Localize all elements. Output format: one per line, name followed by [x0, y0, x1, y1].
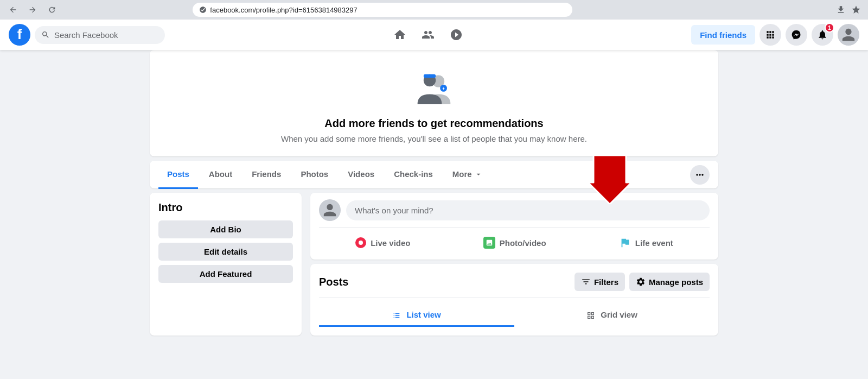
friends-nav-button[interactable]	[415, 22, 441, 48]
add-bio-button[interactable]: Add Bio	[158, 220, 293, 238]
download-ext[interactable]	[834, 3, 847, 16]
banner-title: Add more friends to get recommendations	[158, 117, 710, 130]
tab-photos[interactable]: Photos	[292, 161, 337, 189]
filters-icon	[581, 277, 591, 287]
tab-overflow-button[interactable]	[690, 165, 710, 185]
tab-posts[interactable]: Posts	[158, 161, 198, 189]
photo-video-label: Photo/video	[500, 238, 546, 248]
nav-center	[169, 22, 687, 48]
live-video-icon	[355, 237, 366, 248]
posts-title: Posts	[319, 276, 348, 288]
photo-video-icon	[483, 237, 495, 249]
friend-suggestion-banner: + Add more friends to get recommendation…	[150, 50, 718, 156]
banner-subtitle: When you add some more friends, you'll s…	[158, 134, 710, 143]
facebook-logo[interactable]: f	[9, 24, 30, 46]
find-friends-button[interactable]: Find friends	[691, 25, 755, 45]
view-toggle: List view Grid view	[319, 298, 710, 327]
filters-button[interactable]: Filters	[575, 273, 625, 291]
composer-input[interactable]: What's on your mind?	[346, 200, 710, 220]
live-video-action[interactable]: Live video	[347, 232, 419, 253]
user-avatar-button[interactable]	[838, 24, 859, 46]
nav-right: Find friends 1	[691, 24, 859, 46]
gear-icon	[636, 277, 646, 287]
photo-video-action[interactable]: Photo/video	[475, 232, 555, 253]
profile-tabs: Posts About Friends Photos Videos Check-…	[150, 161, 718, 188]
posts-header: Posts Filters Manage posts	[319, 273, 710, 291]
browser-right-icons	[834, 3, 863, 16]
manage-posts-label: Manage posts	[649, 277, 703, 287]
manage-posts-button[interactable]: Manage posts	[629, 273, 710, 291]
reload-button[interactable]	[44, 2, 60, 17]
life-event-icon	[619, 237, 631, 249]
post-composer: What's on your mind? Live video Photo/vi…	[310, 193, 718, 260]
content-grid: Intro Add Bio Edit details Add Featured …	[150, 193, 718, 336]
page-wrap: + Add more friends to get recommendation…	[0, 0, 868, 379]
search-icon	[41, 30, 50, 39]
tab-friends[interactable]: Friends	[243, 161, 290, 189]
intro-title: Intro	[158, 201, 293, 214]
forward-button[interactable]	[25, 2, 40, 17]
life-event-label: Life event	[635, 238, 673, 248]
posts-header-actions: Filters Manage posts	[575, 273, 710, 291]
star-btn[interactable]	[850, 3, 863, 16]
svg-text:+: +	[442, 86, 445, 91]
notifications-button[interactable]: 1	[812, 24, 833, 46]
svg-rect-2	[424, 74, 436, 78]
tab-videos[interactable]: Videos	[339, 161, 383, 189]
grid-view-icon	[586, 311, 595, 320]
posts-section: Posts Filters Manage posts	[310, 264, 718, 336]
banner-icon: +	[412, 67, 456, 111]
edit-details-button[interactable]: Edit details	[158, 243, 293, 261]
grid-view-tab[interactable]: Grid view	[514, 305, 710, 327]
composer-top: What's on your mind?	[319, 199, 710, 221]
tab-checkins[interactable]: Check-ins	[385, 161, 442, 189]
notification-badge: 1	[825, 23, 834, 33]
search-input[interactable]	[54, 30, 158, 40]
tab-more[interactable]: More	[444, 161, 492, 189]
composer-avatar	[319, 199, 341, 221]
messenger-button[interactable]	[786, 24, 807, 46]
right-column: What's on your mind? Live video Photo/vi…	[310, 193, 718, 336]
address-bar[interactable]: facebook.com/profile.php?id=615638149832…	[193, 3, 572, 17]
home-nav-button[interactable]	[387, 22, 413, 48]
ellipsis-icon	[694, 169, 705, 180]
top-nav: f Find friends 1	[0, 20, 868, 50]
browser-bar: facebook.com/profile.php?id=615638149832…	[0, 0, 868, 20]
tab-about[interactable]: About	[200, 161, 241, 189]
apps-menu-button[interactable]	[760, 24, 781, 46]
watch-nav-button[interactable]	[443, 22, 469, 48]
url-text: facebook.com/profile.php?id=615638149832…	[210, 6, 357, 14]
tab-more-label: More	[452, 169, 472, 179]
life-event-action[interactable]: Life event	[610, 232, 682, 253]
add-featured-button[interactable]: Add Featured	[158, 265, 293, 283]
back-button[interactable]	[5, 2, 21, 17]
chevron-down-icon	[474, 170, 483, 179]
grid-view-label: Grid view	[601, 310, 637, 319]
filters-label: Filters	[594, 277, 618, 287]
fb-letter: f	[17, 27, 22, 41]
list-view-icon	[392, 311, 401, 320]
list-view-tab[interactable]: List view	[319, 305, 514, 327]
live-video-label: Live video	[371, 238, 410, 248]
main-content: + Add more friends to get recommendation…	[141, 50, 727, 336]
intro-card: Intro Add Bio Edit details Add Featured	[150, 193, 302, 336]
composer-actions: Live video Photo/video Life event	[319, 228, 710, 253]
search-bar[interactable]	[35, 26, 165, 44]
list-view-label: List view	[406, 310, 441, 319]
